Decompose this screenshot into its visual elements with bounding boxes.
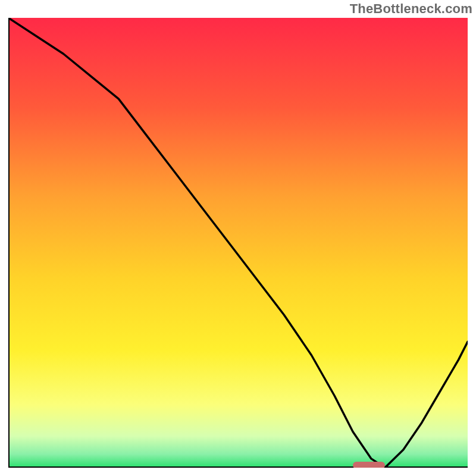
chart-container: TheBottleneck.com	[0, 0, 476, 476]
plot-frame	[8, 18, 468, 468]
optimal-marker	[353, 462, 385, 468]
bottleneck-chart	[8, 18, 468, 468]
gradient-background	[8, 18, 468, 468]
watermark-text: TheBottleneck.com	[350, 1, 472, 17]
